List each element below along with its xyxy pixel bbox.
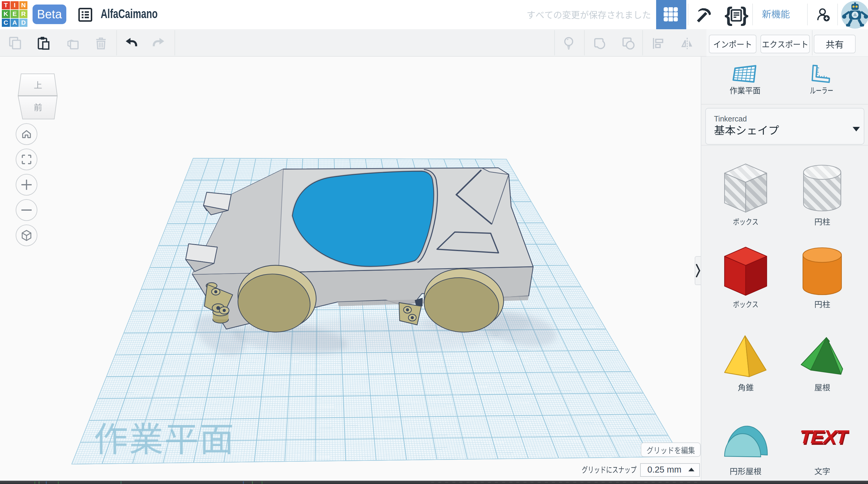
svg-text:TEXT: TEXT bbox=[797, 426, 849, 447]
